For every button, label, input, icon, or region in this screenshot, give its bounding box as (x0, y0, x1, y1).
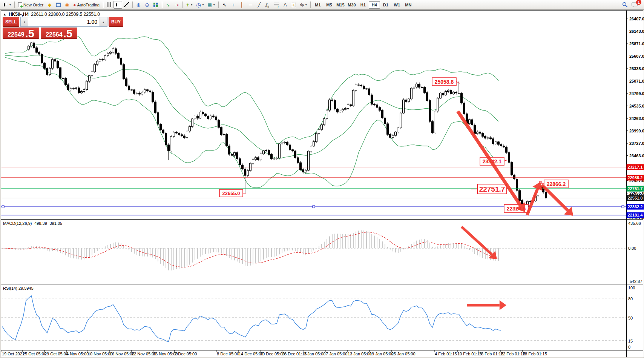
crosshair-tool-button[interactable]: + (229, 1, 238, 9)
toolbar-separator (103, 2, 103, 8)
chevron-down-icon: ▾ (9, 3, 11, 6)
indicators-button[interactable]: +▾ (184, 1, 194, 9)
cursor-icon: ↖ (222, 3, 226, 7)
toolbar-separator (310, 2, 311, 8)
templates-button[interactable]: ▦▾ (205, 1, 216, 9)
indicators-icon: + (186, 2, 189, 8)
timeframe-button-H1[interactable]: H1 (357, 1, 369, 9)
cursor-tool-button[interactable]: ↖ (220, 1, 229, 9)
horizontal-line-icon: ─ (249, 3, 252, 7)
channel-tool-button[interactable]: ∥E (264, 1, 272, 9)
buy-price-main: 22564 (46, 31, 63, 38)
volume-stepper: ▾ ▴ (20, 17, 107, 27)
chevron-down-icon: ▾ (191, 3, 192, 6)
autotrading-label: AutoTrading (77, 3, 100, 7)
volume-input[interactable] (28, 17, 100, 26)
terminal-button[interactable] (54, 1, 63, 9)
trendline-icon: ╱ (258, 3, 261, 7)
toolbar-separator (218, 2, 219, 8)
search-button[interactable] (620, 1, 630, 9)
templates-icon: ▦ (207, 3, 212, 7)
volume-increase-button[interactable]: ▴ (100, 17, 107, 26)
notifications-button[interactable]: 1 (630, 1, 639, 9)
auto-scroll-button[interactable]: ↘ (164, 1, 172, 9)
text-icon: A (284, 2, 287, 7)
chart-shift-button[interactable]: ⇥ (172, 1, 181, 9)
volume-decrease-button[interactable]: ▾ (21, 17, 28, 26)
zoom-in-button[interactable]: ⊕ (134, 1, 143, 9)
timeframe-button-M5[interactable]: M5 (324, 1, 335, 9)
bar-chart-icon (107, 2, 111, 7)
buy-price[interactable]: 22564 .5 (41, 28, 77, 39)
timeframe-button-M30[interactable]: M30 (346, 1, 357, 9)
signals-icon: ◉ (65, 3, 69, 7)
chevron-down-icon: ▾ (213, 3, 215, 6)
channel-icon: ∥E (265, 3, 270, 7)
text-label-tool-button[interactable]: T (290, 1, 298, 9)
sell-price-main: 22549 (8, 31, 25, 38)
toolbar-separator (14, 2, 15, 8)
notification-badge: 1 (636, 0, 641, 5)
timeframe-group: M1M5M15M30H1H4D1W1MN (312, 1, 414, 9)
quotes-icon: ◆ (48, 3, 51, 7)
toolbar: ▾ New Order ◆ ◉ ●AutoTrading ⊕ ⊖ ↘ ⇥ +▾ … (0, 0, 644, 10)
new-chart-button[interactable]: ▾ (2, 1, 13, 9)
new-chart-icon (3, 2, 8, 7)
arrows-tool-button[interactable]: ⇄▾ (298, 1, 309, 9)
one-click-trading-panel: SELL ▾ ▴ BUY 22549 .5 22564 .5 (3, 17, 77, 39)
chevron-down-icon: ▾ (202, 3, 204, 6)
horizontal-line-tool-button[interactable]: ─ (246, 1, 255, 9)
tile-windows-button[interactable] (152, 1, 160, 9)
line-chart-button[interactable] (122, 1, 131, 9)
clock-icon: ◷ (196, 2, 201, 8)
zoom-out-icon: ⊖ (145, 2, 150, 8)
timeframe-button-D1[interactable]: D1 (380, 1, 391, 9)
sell-price[interactable]: 22549 .5 (3, 28, 39, 39)
zoom-in-icon: ⊕ (136, 2, 141, 8)
trendline-tool-button[interactable]: ╱ (255, 1, 264, 9)
vertical-line-tool-button[interactable]: │ (238, 1, 246, 9)
periods-button[interactable]: ◷▾ (194, 1, 205, 9)
timeframe-button-W1[interactable]: W1 (391, 1, 403, 9)
fibonacci-icon: F (274, 3, 279, 7)
candlestick-chart-button[interactable] (113, 1, 122, 9)
autotrading-button[interactable]: ●AutoTrading (71, 1, 101, 9)
zoom-out-button[interactable]: ⊖ (143, 1, 152, 9)
quotes-button[interactable]: ◆ (45, 1, 54, 9)
chevron-down-icon: ▾ (305, 3, 307, 6)
toolbar-separator (162, 2, 162, 8)
new-order-label: New Order (23, 3, 43, 7)
signals-button[interactable]: ◉ (63, 1, 71, 9)
search-icon (622, 2, 628, 8)
toolbar-separator (132, 2, 133, 8)
timeframe-button-MN[interactable]: MN (403, 1, 414, 9)
auto-scroll-icon: ↘ (166, 3, 170, 7)
chart-shift-icon: ⇥ (175, 3, 178, 7)
collapse-icon[interactable]: ▲ (3, 12, 6, 16)
text-label-icon: T (292, 3, 296, 7)
arrows-icon: ⇄ (299, 2, 305, 8)
buy-price-frac: .5 (63, 29, 72, 38)
chart-window (1, 10, 643, 357)
mt4-application: ▾ New Order ◆ ◉ ●AutoTrading ⊕ ⊖ ↘ ⇥ +▾ … (0, 0, 644, 358)
line-chart-icon (124, 2, 129, 7)
text-tool-button[interactable]: A (281, 1, 290, 9)
timeframe-button-M1[interactable]: M1 (312, 1, 324, 9)
chart-symbol-title: HK50-,H4 (9, 12, 29, 17)
sell-button[interactable]: SELL (3, 17, 19, 27)
buy-button[interactable]: BUY (109, 17, 123, 27)
chart-header: ▲ HK50-,H4 22611.0 22860.0 22509.5 22551… (3, 12, 100, 17)
bar-chart-button[interactable] (105, 1, 113, 9)
sell-price-frac: .5 (25, 29, 34, 38)
timeframe-button-M15[interactable]: M15 (335, 1, 346, 9)
fibonacci-tool-button[interactable]: F (272, 1, 281, 9)
new-order-button[interactable]: New Order (16, 1, 45, 9)
crosshair-icon: + (232, 2, 235, 8)
timeframe-button-H4[interactable]: H4 (369, 1, 380, 9)
tile-windows-icon (153, 3, 158, 7)
terminal-icon (56, 3, 61, 7)
vertical-line-icon: │ (241, 3, 244, 7)
chart-ohlc-values: 22611.0 22860.0 22509.5 22551.0 (31, 12, 100, 17)
new-order-icon (18, 2, 22, 7)
autotrading-icon: ● (73, 3, 76, 7)
